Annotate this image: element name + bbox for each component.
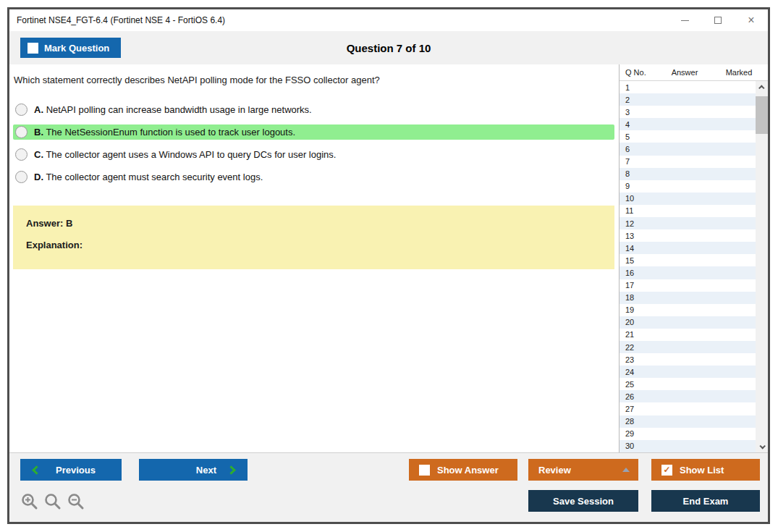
row-qno: 21 xyxy=(620,330,659,339)
chevron-down-icon xyxy=(759,443,765,449)
question-list-row[interactable]: 21 xyxy=(620,329,756,341)
question-list-row[interactable]: 10 xyxy=(620,193,756,205)
show-answer-checkbox[interactable] xyxy=(419,465,430,476)
column-marked: Marked xyxy=(710,68,768,77)
title-bar: Fortinet NSE4_FGT-6.4 (Fortinet NSE 4 - … xyxy=(9,9,768,31)
radio-icon[interactable] xyxy=(15,171,28,183)
window-controls: × xyxy=(668,9,768,31)
previous-label: Previous xyxy=(56,465,96,476)
row-qno: 12 xyxy=(620,219,659,228)
question-list-row[interactable]: 23 xyxy=(620,353,756,366)
scrollbar-thumb[interactable] xyxy=(756,96,768,134)
row-qno: 1 xyxy=(620,83,659,92)
question-list: 1 2 3 4 5 6 7 8 9 xyxy=(620,81,756,452)
end-exam-button[interactable]: End Exam xyxy=(651,490,760,512)
show-list-label: Show List xyxy=(680,465,724,476)
options-list: A. NetAPI polling can increase bandwidth… xyxy=(13,102,614,185)
question-list-row[interactable]: 25 xyxy=(620,378,756,390)
close-button[interactable]: × xyxy=(735,9,768,31)
question-list-row[interactable]: 7 xyxy=(620,156,756,168)
question-list-row[interactable]: 1 xyxy=(620,81,756,93)
question-list-row[interactable]: 2 xyxy=(620,93,756,106)
close-icon: × xyxy=(748,14,754,26)
radio-icon[interactable] xyxy=(15,126,28,138)
answer-box: Answer: B Explanation: xyxy=(13,206,614,269)
column-answer: Answer xyxy=(659,68,710,77)
zoom-out-icon[interactable] xyxy=(67,492,85,511)
scroll-up-button[interactable] xyxy=(756,81,768,93)
question-list-row[interactable]: 5 xyxy=(620,130,756,143)
save-session-button[interactable]: Save Session xyxy=(528,490,638,512)
question-list-row[interactable]: 18 xyxy=(620,292,756,304)
row-qno: 22 xyxy=(620,343,659,352)
answer-option[interactable]: B. The NetSessionEnum function is used t… xyxy=(13,124,614,140)
zoom-reset-icon[interactable] xyxy=(43,492,62,511)
row-qno: 23 xyxy=(620,355,659,364)
review-button[interactable]: Review xyxy=(528,459,638,481)
show-list-checkbox[interactable]: ✓ xyxy=(661,465,672,476)
question-list-row[interactable]: 4 xyxy=(620,118,756,130)
answer-option[interactable]: A. NetAPI polling can increase bandwidth… xyxy=(13,102,614,117)
row-qno: 13 xyxy=(620,232,659,240)
question-list-row[interactable]: 22 xyxy=(620,341,756,353)
previous-button[interactable]: Previous xyxy=(20,459,122,481)
row-qno: 4 xyxy=(620,120,659,129)
option-text: The NetSessionEnum function is used to t… xyxy=(46,127,295,138)
scroll-down-button[interactable] xyxy=(756,440,768,452)
answer-option[interactable]: D. The collector agent must search secur… xyxy=(13,169,614,185)
question-list-body: 1 2 3 4 5 6 7 8 9 xyxy=(620,81,768,452)
answer-option[interactable]: C. The collector agent uses a Windows AP… xyxy=(13,147,614,162)
question-list-row[interactable]: 13 xyxy=(620,229,756,242)
question-list-row[interactable]: 30 xyxy=(620,440,756,452)
question-list-row[interactable]: 6 xyxy=(620,143,756,155)
radio-icon[interactable] xyxy=(15,104,28,116)
question-counter: Question 7 of 10 xyxy=(9,42,768,54)
row-qno: 7 xyxy=(620,157,659,166)
footer-bar: Previous Next Show Answer Review ✓ Show … xyxy=(9,452,768,522)
question-list-row[interactable]: 16 xyxy=(620,266,756,279)
question-list-row[interactable]: 11 xyxy=(620,205,756,217)
option-letter: B. xyxy=(34,127,43,138)
question-list-row[interactable]: 12 xyxy=(620,217,756,229)
row-qno: 18 xyxy=(620,293,659,302)
option-text: The collector agent must search security… xyxy=(46,172,263,182)
minimize-button[interactable] xyxy=(668,9,701,31)
next-button[interactable]: Next xyxy=(139,459,248,481)
caret-up-icon xyxy=(622,468,630,472)
row-qno: 24 xyxy=(620,368,659,376)
show-list-button[interactable]: ✓ Show List xyxy=(651,459,760,481)
question-list-row[interactable]: 19 xyxy=(620,304,756,316)
row-qno: 30 xyxy=(620,442,659,450)
mark-question-checkbox[interactable] xyxy=(28,43,38,54)
question-list-row[interactable]: 17 xyxy=(620,279,756,292)
question-list-row[interactable]: 9 xyxy=(620,180,756,193)
row-qno: 15 xyxy=(620,256,659,265)
row-qno: 3 xyxy=(620,108,659,117)
question-list-row[interactable]: 28 xyxy=(620,415,756,428)
row-qno: 2 xyxy=(620,96,659,104)
zoom-in-icon[interactable] xyxy=(20,492,39,511)
option-text: NetAPI polling can increase bandwidth us… xyxy=(46,104,312,115)
row-qno: 20 xyxy=(620,318,659,326)
maximize-icon xyxy=(714,17,722,24)
answer-label: Answer: B xyxy=(26,218,601,229)
row-qno: 8 xyxy=(620,169,659,178)
question-list-scrollbar[interactable] xyxy=(756,81,768,452)
question-list-row[interactable]: 27 xyxy=(620,402,756,415)
question-list-row[interactable]: 29 xyxy=(620,428,756,440)
maximize-button[interactable] xyxy=(701,9,735,31)
mark-question-label: Mark Question xyxy=(44,43,109,54)
question-list-row[interactable]: 8 xyxy=(620,168,756,180)
question-list-row[interactable]: 24 xyxy=(620,366,756,378)
question-list-sidebar: Q No. Answer Marked 1 2 3 4 5 6 xyxy=(619,64,768,452)
question-list-row[interactable]: 15 xyxy=(620,254,756,266)
question-list-row[interactable]: 14 xyxy=(620,242,756,254)
chevron-right-icon xyxy=(227,465,236,475)
question-list-row[interactable]: 3 xyxy=(620,106,756,118)
radio-icon[interactable] xyxy=(15,148,28,161)
row-qno: 14 xyxy=(620,244,659,253)
mark-question-button[interactable]: Mark Question xyxy=(20,38,121,58)
question-list-row[interactable]: 26 xyxy=(620,390,756,402)
question-list-row[interactable]: 20 xyxy=(620,316,756,329)
show-answer-button[interactable]: Show Answer xyxy=(409,459,517,481)
